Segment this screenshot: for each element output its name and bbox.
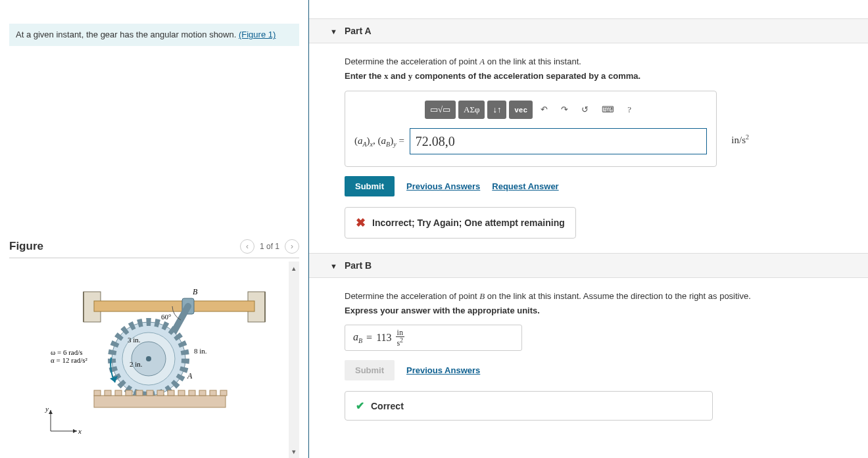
part-b-feedback-text: Correct	[371, 401, 404, 411]
svg-rect-21	[178, 390, 185, 396]
caret-down-icon: ▼	[330, 28, 337, 35]
caret-down-icon: ▼	[330, 262, 337, 270]
svg-marker-29	[73, 429, 77, 433]
part-a-format-hint: Enter the x and y components of the acce…	[345, 71, 829, 81]
label-8in: 8 in.	[194, 347, 207, 355]
svg-rect-12	[94, 396, 226, 407]
part-a-request-answer-link[interactable]: Request Answer	[492, 181, 558, 191]
figure-scrollbar[interactable]: ▴ ▾	[289, 262, 299, 458]
svg-rect-25	[220, 390, 227, 396]
label-angle: 60°	[161, 313, 171, 321]
label-alpha: α = 12 rad/s²	[51, 356, 88, 364]
figure-viewport: B 60° A	[9, 262, 299, 458]
svg-rect-23	[199, 390, 206, 396]
svg-point-11	[146, 356, 151, 361]
part-a-title: Part A	[345, 26, 372, 36]
right-column: ▼ Part A Determine the acceleration of p…	[309, 0, 868, 458]
figure-prev-button[interactable]: ‹	[240, 239, 254, 254]
part-b-submit-button: Submit	[345, 360, 395, 380]
part-a-actions: Submit Previous Answers Request Answer	[345, 176, 829, 196]
svg-rect-20	[168, 390, 174, 396]
redo-button[interactable]: ↷	[556, 101, 573, 119]
part-a: ▼ Part A Determine the acceleration of p…	[309, 18, 868, 239]
part-b-previous-answers-link[interactable]: Previous Answers	[406, 365, 480, 375]
part-a-submit-button[interactable]: Submit	[345, 176, 395, 196]
part-b-instruction: Determine the acceleration of point B on…	[345, 291, 829, 302]
part-a-lhs: (aA)x, (aB)y =	[354, 135, 404, 148]
incorrect-icon: ✖	[356, 216, 366, 230]
problem-text: At a given instant, the gear has the ang…	[16, 30, 236, 39]
part-b: ▼ Part B Determine the acceleration of p…	[309, 253, 868, 421]
part-b-actions: Submit Previous Answers	[345, 360, 829, 380]
greek-button[interactable]: ΑΣφ	[458, 101, 485, 119]
help-button[interactable]: ?	[622, 101, 637, 119]
svg-rect-15	[115, 390, 122, 396]
reset-button[interactable]: ↺	[576, 101, 594, 119]
part-b-answer-display: aB = 113 in s2	[345, 325, 522, 351]
correct-icon: ✔	[356, 400, 364, 412]
part-a-header[interactable]: ▼ Part A	[309, 18, 868, 43]
label-3in: 3 in.	[128, 336, 141, 344]
part-a-previous-answers-link[interactable]: Previous Answers	[406, 181, 480, 191]
figure-link[interactable]: (Figure 1)	[239, 30, 276, 39]
keyboard-button[interactable]: ⌨	[596, 101, 619, 119]
svg-marker-30	[49, 410, 53, 414]
figure-page-indicator: 1 of 1	[260, 242, 279, 251]
part-b-value: 113	[376, 332, 391, 344]
label-2in: 2 in.	[130, 360, 143, 368]
part-b-title: Part B	[345, 260, 372, 271]
figure-image: B 60° A	[9, 262, 289, 458]
part-b-header[interactable]: ▼ Part B	[309, 253, 868, 278]
axis-x: x	[78, 427, 82, 435]
svg-rect-24	[210, 390, 216, 396]
equation-toolbar: ▭√▭ ΑΣφ ↓↑ vec ↶ ↷ ↺ ⌨ ?	[354, 101, 707, 119]
vector-button[interactable]: vec	[509, 101, 533, 119]
part-b-unit: in s2	[396, 329, 404, 347]
svg-rect-13	[94, 390, 101, 396]
figure-pager: ‹ 1 of 1 ›	[240, 239, 299, 254]
figure-next-button[interactable]: ›	[285, 239, 299, 254]
svg-rect-18	[147, 390, 153, 396]
svg-rect-16	[126, 390, 132, 396]
label-omega: ω = 6 rad/s	[51, 348, 83, 356]
part-a-feedback: ✖ Incorrect; Try Again; One attempt rema…	[345, 207, 576, 239]
svg-rect-4	[94, 301, 254, 311]
figure-header: Figure ‹ 1 of 1 ›	[9, 239, 299, 258]
svg-rect-19	[157, 390, 164, 396]
problem-statement: At a given instant, the gear has the ang…	[9, 24, 299, 46]
templates-button[interactable]: ▭√▭	[425, 101, 456, 119]
scripts-button[interactable]: ↓↑	[487, 101, 506, 119]
part-b-feedback: ✔ Correct	[345, 391, 713, 421]
scroll-up-icon[interactable]: ▴	[292, 263, 296, 273]
svg-rect-22	[189, 390, 195, 396]
part-a-answer-input[interactable]	[410, 128, 707, 154]
scroll-down-icon[interactable]: ▾	[292, 446, 296, 457]
part-b-format-hint: Express your answer with the appropriate…	[345, 306, 829, 315]
svg-rect-14	[105, 390, 111, 396]
gear-diagram: B 60° A	[31, 280, 268, 438]
answer-panel-a: ▭√▭ ΑΣφ ↓↑ vec ↶ ↷ ↺ ⌨ ? (aA)x, (aB)y = …	[345, 91, 717, 167]
part-a-instruction: Determine the acceleration of point A on…	[345, 57, 829, 67]
part-a-feedback-text: Incorrect; Try Again; One attempt remain…	[372, 218, 565, 228]
undo-button[interactable]: ↶	[535, 101, 553, 119]
svg-rect-17	[136, 390, 143, 396]
figure-title: Figure	[9, 240, 43, 253]
left-column: At a given instant, the gear has the ang…	[0, 0, 309, 458]
axis-y: y	[45, 405, 49, 413]
label-B: B	[193, 287, 198, 296]
part-a-unit: in/s2	[731, 133, 749, 146]
label-A: A	[187, 371, 193, 380]
